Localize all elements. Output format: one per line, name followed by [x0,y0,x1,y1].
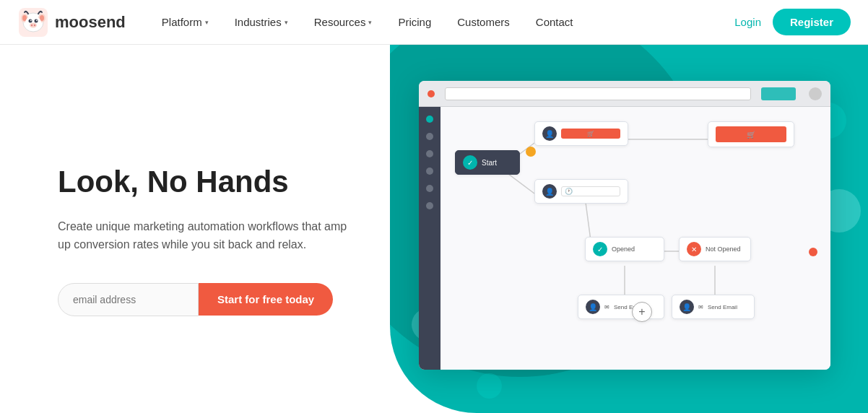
node-person-icon: 👤 [542,126,557,141]
svg-point-7 [29,19,32,22]
email-input[interactable] [58,283,199,316]
nav-customers[interactable]: Customers [444,0,523,45]
svg-point-12 [31,24,32,25]
node-user-email2-icon: 👤 [680,300,694,314]
svg-point-11 [30,22,37,27]
svg-point-13 [34,24,35,25]
node-email1: 👤 🛒 [534,121,628,146]
nav-platform[interactable]: Platform ▾ [149,0,222,45]
logo[interactable]: moosend [17,6,126,38]
workflow-canvas: ✓ Start 👤 🛒 👤 🕐 [440,107,830,370]
hero-description: Create unique marketing automation workf… [58,217,355,254]
window-body: ✓ Start 👤 🛒 👤 🕐 [419,107,830,370]
hero-section: Look, No Hands Create unique marketing a… [0,45,868,413]
cta-button[interactable]: Start for free today [199,283,333,316]
svg-point-9 [30,19,32,21]
node-email2: 👤 🕐 [534,179,628,204]
window-titlebar [419,81,830,107]
nav-industries[interactable]: Industries ▾ [222,0,301,45]
node-start: ✓ Start [455,150,520,175]
sidebar-dot-5 [426,185,433,192]
sidebar-dot-1 [426,116,433,123]
node-check-icon: ✓ [593,242,607,256]
node-user-email1-icon: 👤 [586,300,600,314]
hero-title: Look, No Hands [58,165,355,199]
logo-icon [17,6,49,38]
node-add-button[interactable]: + [632,302,652,322]
navbar: moosend Platform ▾ Industries ▾ Resource… [0,0,868,45]
window-circle-btn [809,87,822,100]
nav-contact[interactable]: Contact [523,0,586,45]
hero-left: Look, No Hands Create unique marketing a… [0,45,390,413]
hero-right: ✓ Start 👤 🛒 👤 🕐 [390,45,868,413]
workflow-window: ✓ Start 👤 🛒 👤 🕐 [419,81,830,370]
chevron-down-icon: ▾ [205,19,209,26]
node-start-icon: ✓ [463,155,477,170]
logo-text: moosend [55,13,126,32]
status-dot-red [809,248,817,256]
window-searchbar [445,87,751,100]
register-button[interactable]: Register [773,9,851,35]
login-button[interactable]: Login [734,16,761,28]
sidebar-dot-4 [426,168,433,175]
svg-point-8 [35,19,38,22]
node-x-icon: ✕ [687,242,701,256]
window-action-btn [761,87,796,100]
node-not-opened: ✕ Not Opened [679,237,751,261]
sidebar-dot-2 [426,133,433,140]
nav-right: Login Register [734,9,851,35]
nav-resources[interactable]: Resources ▾ [301,0,386,45]
svg-point-10 [36,19,38,21]
svg-line-15 [505,172,534,194]
hero-form: Start for free today [58,283,355,316]
node-send2: 👤 ✉ Send Email [672,295,755,319]
window-close-dot [428,90,435,97]
sidebar-dot-6 [426,202,433,209]
sidebar-dot-3 [426,150,433,157]
chevron-down-icon: ▾ [285,19,288,26]
status-dot-yellow [526,147,536,157]
nav-pricing[interactable]: Pricing [385,0,444,45]
node-clock-icon: 👤 [542,184,557,199]
node-right1: 🛒 [708,121,794,147]
window-sidebar [419,107,440,370]
node-opened: ✓ Opened [585,237,664,261]
blob-accent-3 [477,373,502,399]
nav-links: Platform ▾ Industries ▾ Resources ▾ Pric… [149,0,734,45]
chevron-down-icon: ▾ [368,19,372,26]
